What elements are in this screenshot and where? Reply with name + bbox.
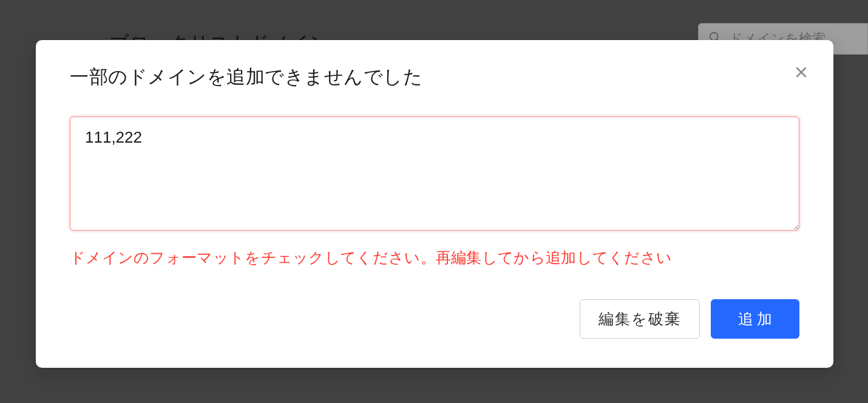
modal-header: 一部のドメインを追加できませんでした <box>70 64 799 90</box>
error-message: ドメインのフォーマットをチェックしてください。再編集してから追加してください <box>70 248 799 268</box>
discard-button[interactable]: 編集を破棄 <box>580 299 700 339</box>
close-button[interactable] <box>791 62 812 84</box>
domain-textarea[interactable] <box>70 117 799 231</box>
add-button[interactable]: 追加 <box>711 299 799 339</box>
error-modal: 一部のドメインを追加できませんでした ドメインのフォーマットをチェックしてくださ… <box>36 40 833 368</box>
textarea-container <box>70 117 799 233</box>
modal-footer: 編集を破棄 追加 <box>70 299 799 339</box>
close-icon <box>793 73 809 82</box>
modal-title: 一部のドメインを追加できませんでした <box>70 64 422 90</box>
